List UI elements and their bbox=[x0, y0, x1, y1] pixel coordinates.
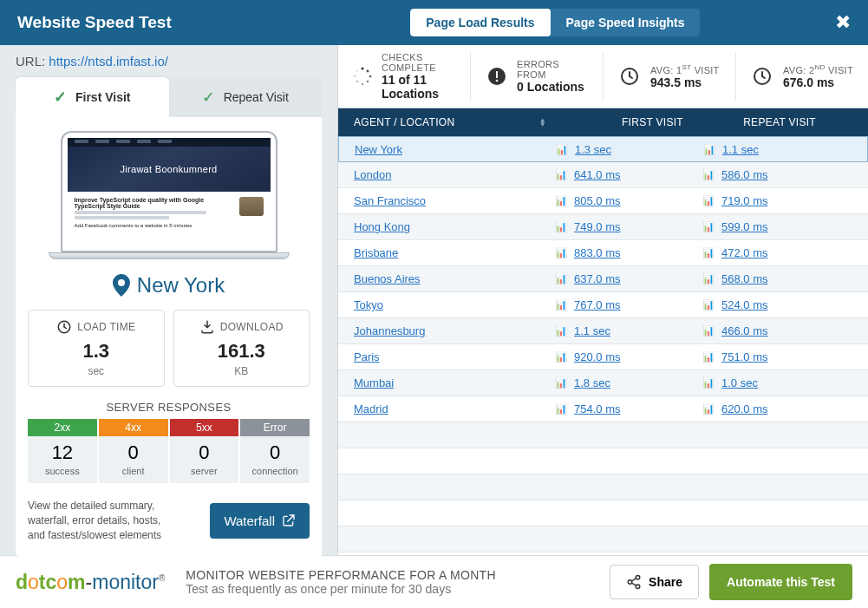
share-icon bbox=[626, 574, 642, 590]
app-title: Website Speed Test bbox=[17, 13, 172, 32]
location-link[interactable]: Tokyo bbox=[354, 298, 383, 311]
location-link[interactable]: Madrid bbox=[354, 402, 388, 415]
table-row[interactable]: London📊641.0 ms📊586.0 ms bbox=[338, 162, 868, 188]
resp-4xx-header: 4xx bbox=[99, 419, 168, 436]
tab-page-load-results[interactable]: Page Load Results bbox=[410, 9, 550, 36]
first-visit-value[interactable]: 641.0 ms bbox=[574, 168, 620, 181]
svg-rect-10 bbox=[496, 71, 498, 78]
repeat-visit-value[interactable]: 466.0 ms bbox=[721, 324, 767, 337]
repeat-visit-value[interactable]: 751.0 ms bbox=[721, 350, 767, 363]
resp-5xx-header: 5xx bbox=[170, 419, 239, 436]
table-row[interactable]: San Francisco📊805.0 ms📊719.0 ms bbox=[338, 188, 868, 214]
summary-errors-label: ERRORS FROM bbox=[517, 59, 589, 80]
table-row[interactable]: Brisbane📊883.0 ms📊472.0 ms bbox=[338, 240, 868, 266]
chart-icon[interactable]: 📊 bbox=[555, 273, 567, 284]
col-first-visit[interactable]: FIRST VISIT bbox=[555, 116, 702, 128]
svg-point-5 bbox=[362, 83, 363, 85]
table-row[interactable]: Mumbai📊1.8 sec📊1.0 sec bbox=[338, 370, 868, 396]
col-repeat-visit[interactable]: REPEAT VISIT bbox=[702, 116, 868, 128]
first-visit-value[interactable]: 883.0 ms bbox=[574, 246, 620, 259]
chart-icon[interactable]: 📊 bbox=[555, 299, 567, 311]
repeat-visit-value[interactable]: 472.0 ms bbox=[721, 246, 767, 259]
empty-row bbox=[338, 448, 868, 474]
table-row[interactable]: Buenos Aires📊637.0 ms📊568.0 ms bbox=[338, 266, 868, 292]
chart-icon[interactable]: 📊 bbox=[556, 144, 568, 155]
table-row[interactable]: New York📊1.3 sec📊1.1 sec bbox=[338, 136, 868, 162]
first-visit-value[interactable]: 767.0 ms bbox=[574, 298, 620, 311]
chart-icon[interactable]: 📊 bbox=[702, 351, 715, 363]
footer-line1: MONITOR WEBSITE PERFORMANCE FOR A MONTH bbox=[186, 568, 610, 582]
repeat-visit-value[interactable]: 1.1 sec bbox=[722, 143, 759, 156]
location-link[interactable]: Brisbane bbox=[354, 246, 398, 259]
location-link[interactable]: Johannesburg bbox=[354, 324, 425, 337]
location-link[interactable]: Buenos Aires bbox=[354, 272, 421, 285]
tab-repeat-visit[interactable]: ✓ Repeat Visit bbox=[169, 77, 323, 117]
repeat-visit-value[interactable]: 719.0 ms bbox=[721, 194, 767, 207]
repeat-visit-value[interactable]: 599.0 ms bbox=[721, 220, 767, 233]
check-icon: ✓ bbox=[202, 88, 215, 107]
table-row[interactable]: Hong Kong📊749.0 ms📊599.0 ms bbox=[338, 214, 868, 240]
chart-icon[interactable]: 📊 bbox=[555, 325, 567, 337]
load-time-value: 1.3 bbox=[82, 340, 109, 363]
download-label: DOWNLOAD bbox=[220, 321, 284, 333]
load-time-label: LOAD TIME bbox=[77, 321, 135, 333]
first-visit-value[interactable]: 637.0 ms bbox=[574, 272, 620, 285]
col-agent[interactable]: AGENT / LOCATION▲▼ bbox=[338, 116, 555, 128]
first-visit-value[interactable]: 754.0 ms bbox=[574, 402, 620, 415]
tab-first-visit[interactable]: ✓ First Visit bbox=[16, 77, 169, 117]
tab-page-speed-insights[interactable]: Page Speed Insights bbox=[551, 9, 701, 36]
location-link[interactable]: London bbox=[354, 168, 391, 181]
svg-point-2 bbox=[367, 70, 369, 73]
table-row[interactable]: Johannesburg📊1.1 sec📊466.0 ms bbox=[338, 318, 868, 344]
location-name: New York bbox=[137, 273, 225, 297]
error-icon bbox=[485, 64, 508, 88]
location-link[interactable]: Paris bbox=[354, 350, 380, 363]
chart-icon[interactable]: 📊 bbox=[702, 273, 715, 284]
location-link[interactable]: Mumbai bbox=[354, 376, 394, 389]
repeat-visit-value[interactable]: 586.0 ms bbox=[721, 168, 767, 181]
close-icon[interactable]: ✖ bbox=[835, 11, 851, 34]
repeat-visit-value[interactable]: 1.0 sec bbox=[721, 376, 758, 389]
repeat-visit-value[interactable]: 568.0 ms bbox=[721, 272, 767, 285]
chart-icon[interactable]: 📊 bbox=[555, 195, 567, 206]
tab-first-visit-label: First Visit bbox=[75, 90, 131, 104]
chart-icon[interactable]: 📊 bbox=[555, 247, 567, 258]
table-row[interactable]: Tokyo📊767.0 ms📊524.0 ms bbox=[338, 292, 868, 318]
chart-icon[interactable]: 📊 bbox=[555, 377, 567, 389]
first-visit-value[interactable]: 805.0 ms bbox=[574, 194, 620, 207]
chart-icon[interactable]: 📊 bbox=[702, 377, 715, 389]
chart-icon[interactable]: 📊 bbox=[703, 144, 715, 155]
chart-icon[interactable]: 📊 bbox=[555, 403, 567, 415]
tested-url[interactable]: https://ntsd.imfast.io/ bbox=[49, 54, 168, 69]
chart-icon[interactable]: 📊 bbox=[702, 299, 715, 311]
first-visit-value[interactable]: 1.1 sec bbox=[574, 324, 610, 337]
waterfall-button[interactable]: Waterfall bbox=[210, 503, 310, 539]
location-link[interactable]: Hong Kong bbox=[354, 220, 410, 233]
chart-icon[interactable]: 📊 bbox=[702, 325, 715, 337]
first-visit-value[interactable]: 1.3 sec bbox=[575, 143, 611, 156]
share-button[interactable]: Share bbox=[610, 565, 699, 599]
chart-icon[interactable]: 📊 bbox=[702, 247, 715, 258]
chart-icon[interactable]: 📊 bbox=[555, 221, 567, 232]
resp-4xx-label: client bbox=[99, 466, 168, 483]
repeat-visit-value[interactable]: 524.0 ms bbox=[721, 298, 767, 311]
chart-icon[interactable]: 📊 bbox=[702, 403, 715, 415]
chart-icon[interactable]: 📊 bbox=[702, 169, 715, 180]
first-visit-value[interactable]: 749.0 ms bbox=[574, 220, 620, 233]
resp-2xx-value: 12 bbox=[28, 436, 97, 466]
chart-icon[interactable]: 📊 bbox=[702, 221, 715, 232]
first-visit-value[interactable]: 1.8 sec bbox=[574, 376, 610, 389]
resp-5xx-label: server bbox=[170, 466, 239, 483]
location-link[interactable]: San Francisco bbox=[354, 194, 426, 207]
first-visit-value[interactable]: 920.0 ms bbox=[574, 350, 620, 363]
table-row[interactable]: Paris📊920.0 ms📊751.0 ms bbox=[338, 344, 868, 370]
chart-icon[interactable]: 📊 bbox=[555, 351, 567, 363]
footer: dotcom-monitor® MONITOR WEBSITE PERFORMA… bbox=[0, 555, 868, 608]
chart-icon[interactable]: 📊 bbox=[555, 169, 567, 180]
automate-button[interactable]: Automate this Test bbox=[709, 564, 852, 600]
table-row[interactable]: Madrid📊754.0 ms📊620.0 ms bbox=[338, 396, 868, 422]
location-link[interactable]: New York bbox=[355, 143, 402, 156]
repeat-visit-value[interactable]: 620.0 ms bbox=[721, 402, 767, 415]
chart-icon[interactable]: 📊 bbox=[702, 195, 715, 206]
empty-row bbox=[338, 474, 868, 500]
